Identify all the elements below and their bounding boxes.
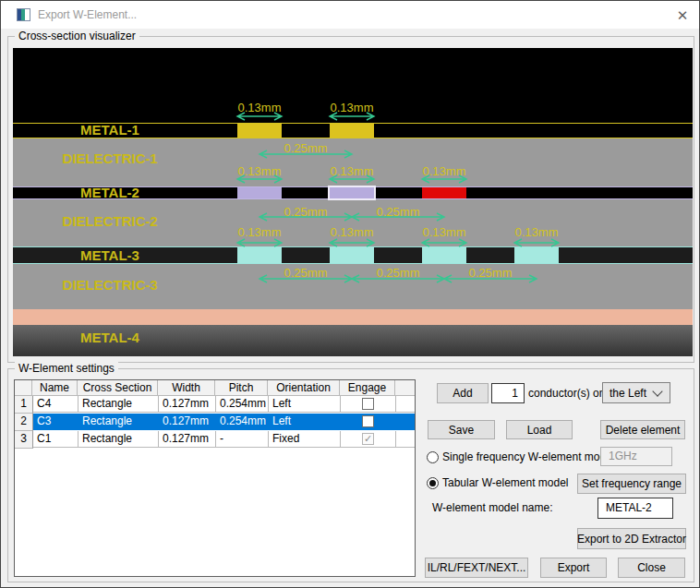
model-name-label: W-element model name: bbox=[432, 500, 553, 515]
header-width: Width bbox=[158, 380, 215, 396]
cell-name[interactable]: C3 bbox=[33, 414, 78, 430]
pitch-dim-label: 0.25mm bbox=[463, 266, 518, 280]
pitch-dim-label: 0.25mm bbox=[278, 141, 333, 155]
cell-name[interactable]: C4 bbox=[33, 396, 78, 413]
row-number[interactable]: 3 bbox=[15, 431, 33, 449]
export-w-element-dialog: Export W-Element... ✕ Cross-section visu… bbox=[0, 0, 700, 588]
table-row-selected[interactable]: 2 C3 Rectangle 0.127mm 0.254mm Left bbox=[15, 414, 415, 431]
header-name: Name bbox=[32, 380, 78, 396]
cell-width[interactable]: 0.127mm bbox=[159, 396, 216, 413]
conductors-on-label: conductor(s) on bbox=[528, 383, 605, 403]
export-to-2d-extractor-button[interactable]: Export to 2D Extractor bbox=[577, 528, 686, 549]
cell-engage bbox=[341, 414, 396, 430]
visualizer-group-label: Cross-section visualizer bbox=[15, 30, 139, 42]
pitch-dim-label: 0.25mm bbox=[370, 205, 426, 219]
engage-checkbox[interactable] bbox=[362, 398, 374, 410]
header-cross-section: Cross Section bbox=[78, 380, 158, 396]
width-dimension-arrow bbox=[330, 239, 374, 246]
window-title: Export W-Element... bbox=[38, 1, 137, 29]
save-button[interactable]: Save bbox=[428, 420, 495, 439]
table-header-row: Name Cross Section Width Pitch Orientati… bbox=[15, 380, 415, 396]
cell-name[interactable]: C1 bbox=[33, 431, 78, 448]
app-icon bbox=[17, 8, 30, 21]
pitch-dim-label: 0.25mm bbox=[278, 205, 333, 219]
load-button[interactable]: Load bbox=[506, 420, 573, 439]
cell-orientation[interactable]: Fixed bbox=[269, 431, 341, 448]
table-row[interactable]: 3 C1 Rectangle 0.127mm - Fixed ✓ bbox=[15, 431, 415, 449]
chevron-down-icon bbox=[652, 386, 662, 396]
header-engage: Engage bbox=[340, 380, 395, 396]
cell-width[interactable]: 0.127mm bbox=[159, 431, 216, 448]
add-button[interactable]: Add bbox=[437, 383, 489, 403]
cell-orientation[interactable]: Left bbox=[269, 414, 341, 430]
header-orientation: Orientation bbox=[268, 380, 340, 396]
width-dim-label: 0.13mm bbox=[416, 225, 472, 239]
width-dimension-arrow bbox=[237, 239, 282, 246]
width-dim-label: 0.13mm bbox=[232, 164, 287, 178]
title-bar: Export W-Element... ✕ bbox=[1, 1, 699, 29]
width-dim-label: 0.13mm bbox=[232, 225, 287, 239]
cross-section-canvas: METAL-1 DIELECTRIC-1 METAL-2 DIELECTRIC-… bbox=[13, 48, 693, 356]
tabular-model-label: Tabular W-element model bbox=[442, 472, 569, 495]
width-dim-label: 0.13mm bbox=[416, 164, 472, 178]
tabular-model-radio[interactable] bbox=[427, 477, 439, 489]
single-frequency-label: Single frequency W-element model bbox=[442, 446, 615, 469]
cross-section-visualizer-group: Cross-section visualizer bbox=[7, 36, 694, 363]
engage-checkbox-checked[interactable]: ✓ bbox=[362, 433, 374, 445]
width-dim-label: 0.13mm bbox=[324, 101, 380, 114]
delete-element-button[interactable]: Delete element bbox=[600, 420, 685, 439]
width-dimension-arrow bbox=[422, 239, 466, 246]
width-dim-label: 0.13mm bbox=[324, 164, 380, 178]
header-pitch: Pitch bbox=[215, 380, 268, 396]
side-dropdown[interactable]: the Left bbox=[602, 382, 670, 403]
pitch-dim-label: 0.25mm bbox=[370, 266, 426, 280]
single-frequency-input[interactable]: 1GHz bbox=[600, 447, 672, 466]
cell-engage bbox=[341, 396, 396, 413]
conductor-count-input[interactable]: 1 bbox=[491, 383, 525, 403]
cell-pitch[interactable]: - bbox=[216, 431, 269, 448]
set-frequency-range-button[interactable]: Set frequency range bbox=[577, 474, 686, 494]
cell-pitch[interactable]: 0.254mm bbox=[216, 414, 269, 430]
dimension-arrows bbox=[13, 48, 693, 356]
width-dimension-arrow bbox=[514, 239, 559, 246]
cell-filler bbox=[396, 414, 415, 430]
cell-width[interactable]: 0.127mm bbox=[159, 414, 216, 430]
single-frequency-radio[interactable] bbox=[427, 451, 439, 463]
header-rownum bbox=[15, 380, 32, 396]
row-number[interactable]: 1 bbox=[15, 396, 33, 414]
cell-cross-section[interactable]: Rectangle bbox=[78, 431, 159, 448]
model-name-input[interactable]: METAL-2 bbox=[597, 498, 673, 519]
side-dropdown-value: the Left bbox=[603, 387, 654, 400]
il-rl-fext-next-button[interactable]: IL/RL/FEXT/NEXT... bbox=[425, 558, 528, 578]
width-dim-label: 0.13mm bbox=[324, 225, 380, 239]
header-filler bbox=[395, 380, 415, 396]
cell-cross-section[interactable]: Rectangle bbox=[78, 414, 159, 430]
close-icon[interactable]: ✕ bbox=[670, 6, 694, 25]
pitch-dim-label: 0.25mm bbox=[278, 266, 333, 280]
w-element-settings-group: W-Element settings Name Cross Section Wi… bbox=[7, 368, 694, 582]
cell-filler bbox=[396, 396, 415, 413]
cell-filler bbox=[396, 431, 415, 448]
cell-orientation[interactable]: Left bbox=[269, 396, 341, 413]
cell-pitch[interactable]: 0.254mm bbox=[216, 396, 269, 413]
close-button[interactable]: Close bbox=[618, 558, 685, 578]
width-dim-label: 0.13mm bbox=[509, 225, 564, 239]
settings-group-label: W-Element settings bbox=[15, 362, 118, 375]
conductor-table: Name Cross Section Width Pitch Orientati… bbox=[14, 379, 416, 577]
table-row[interactable]: 1 C4 Rectangle 0.127mm 0.254mm Left bbox=[15, 396, 415, 414]
row-number[interactable]: 2 bbox=[15, 414, 33, 431]
export-button[interactable]: Export bbox=[540, 558, 607, 578]
engage-checkbox[interactable] bbox=[362, 415, 374, 427]
cell-cross-section[interactable]: Rectangle bbox=[78, 396, 159, 413]
width-dim-label: 0.13mm bbox=[232, 101, 287, 114]
cell-engage: ✓ bbox=[341, 431, 396, 448]
